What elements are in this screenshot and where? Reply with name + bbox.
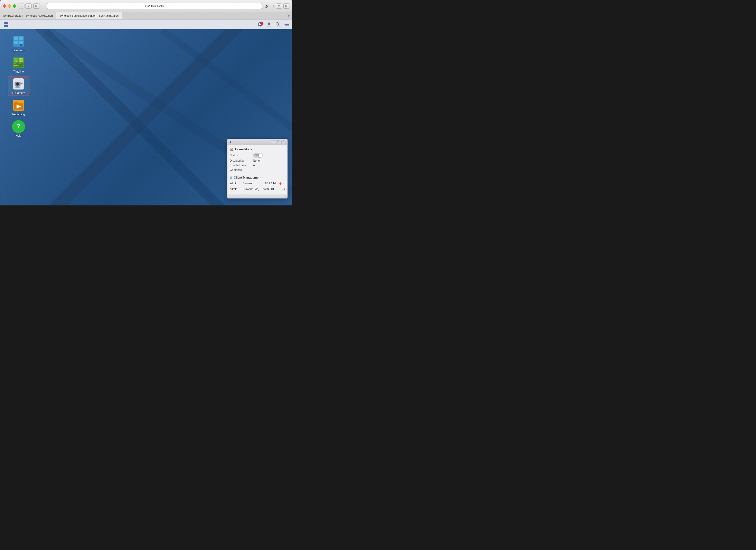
minimize-window-button[interactable] (8, 4, 11, 8)
back-button[interactable]: ‹ (19, 3, 25, 9)
client-time-1: 00:00:01 (263, 187, 282, 191)
timeline-icon-item[interactable]: 02 ◀ Timeline (8, 55, 29, 74)
desktop: Live View 02 ◀ (0, 29, 292, 205)
ip-camera-icon-item[interactable]: IP Camera (8, 77, 29, 96)
svg-rect-9 (285, 23, 289, 23)
live-view-label: Live View (13, 49, 24, 52)
grid-icon[interactable] (2, 20, 10, 29)
client-management-title: Client Management (234, 176, 261, 179)
svg-rect-2 (4, 25, 6, 27)
geofence-row: Geofence -- (227, 168, 287, 172)
home-mode-title: Home Mode (235, 147, 252, 151)
live-view-icon-item[interactable]: Live View (8, 34, 29, 53)
ip-camera-icon (12, 77, 25, 90)
tab-spacer (122, 12, 285, 19)
recording-label: Recording (12, 113, 25, 116)
nav-buttons: ‹ › (19, 3, 32, 9)
search-button[interactable] (274, 21, 282, 28)
home-mode-header: 🏠 Home Mode (227, 145, 287, 152)
client-expand-0[interactable]: ▲ (283, 182, 285, 185)
help-icon-item[interactable]: ? Help (8, 119, 29, 138)
ip-camera-label: IP Camera (12, 91, 25, 95)
client-management-section: ⊞ Client Management admin Browser 167:22… (227, 174, 287, 192)
reader-button[interactable]: ⊞ (33, 3, 39, 9)
widget-add-button[interactable]: + (229, 140, 231, 144)
client-row-0: admin Browser 167:22:14 ⊖ ▲ (227, 181, 287, 186)
widget-close-button[interactable]: ⊟ (281, 140, 285, 144)
menu-button[interactable] (283, 21, 290, 28)
new-tab-button[interactable]: ⊞ (283, 3, 289, 9)
client-management-icon: ⊞ (230, 176, 232, 179)
client-user-0: admin (230, 182, 243, 185)
widget-panel: + − ⊡ ⊟ 🏠 Home Mode Status (227, 139, 288, 198)
svg-rect-45 (14, 103, 14, 110)
scroll-down-icon[interactable]: ▾ (285, 195, 286, 197)
status-toggle[interactable]: OFF (253, 153, 263, 158)
tab-bar: SynRackStation - Synology RackStation Sy… (0, 12, 292, 19)
svg-point-20 (21, 45, 22, 46)
client-remove-0[interactable]: ⊖ (279, 182, 282, 185)
widget-restore-button[interactable]: ⊡ (276, 140, 280, 144)
notification-badge: 1 (260, 22, 263, 25)
help-icon: ? (12, 120, 25, 133)
url-bar[interactable]: 192.168.1.210 (47, 3, 262, 9)
client-remove-1[interactable]: ⊖ (282, 187, 285, 191)
notification-button[interactable]: 💬 1 (256, 21, 264, 28)
client-browser-1: Browser (Me) (243, 187, 263, 191)
client-management-header: ⊞ Client Management (227, 174, 287, 181)
help-label: Help (16, 134, 22, 137)
svg-point-6 (268, 22, 270, 25)
client-user-1: admin (230, 187, 243, 191)
svg-text:02: 02 (15, 60, 17, 62)
tab-surveillance[interactable]: Synology Surveillance Station - SynRackS… (56, 12, 122, 19)
svg-rect-39 (15, 87, 20, 88)
live-view-icon (12, 35, 25, 48)
tab-synrackstation[interactable]: SynRackStation - Synology RackStation (0, 12, 56, 19)
user-button[interactable] (265, 21, 273, 28)
timeline-icon: 02 ◀ (12, 56, 25, 69)
svg-rect-46 (22, 103, 23, 110)
close-window-button[interactable] (3, 4, 6, 8)
svg-point-37 (17, 83, 18, 84)
svg-rect-0 (4, 22, 6, 24)
client-browser-0: Browser (243, 182, 263, 185)
client-time-0: 167:22:14 (263, 182, 279, 185)
url-text: 192.168.1.210 (145, 4, 164, 8)
home-mode-section: 🏠 Home Mode Status OFF Disabled by None (227, 145, 287, 174)
svg-rect-16 (19, 36, 23, 40)
geofence-label: Geofence (230, 168, 253, 172)
geofence-value: -- (253, 168, 285, 172)
disabled-by-label: Disabled by (230, 159, 253, 162)
toolbar-right: 💬 1 (256, 21, 290, 28)
new-tab-icon[interactable]: + (285, 12, 292, 19)
status-label: Status (230, 154, 253, 157)
svg-rect-28 (14, 63, 16, 64)
title-bar: ‹ › ⊞ ••• 192.168.1.210 🔊 ↺ ⬆ ⊞ (0, 0, 292, 12)
timeline-label: Timeline (13, 70, 24, 73)
widget-header: + − ⊡ ⊟ (227, 139, 287, 145)
widget-minimize-button[interactable]: − (271, 140, 275, 144)
svg-rect-38 (16, 86, 19, 87)
recording-icon-item[interactable]: Recording (8, 98, 29, 117)
enabled-time-label: Enabled time (230, 164, 253, 167)
enabled-time-value: -- (253, 164, 285, 167)
refresh-button[interactable]: ↺ (271, 4, 274, 8)
sidebar-icons: Live View 02 ◀ (8, 34, 29, 138)
share-button[interactable]: ⬆ (276, 3, 282, 9)
svg-rect-30 (19, 63, 21, 64)
forward-button[interactable]: › (26, 3, 32, 9)
svg-rect-29 (16, 63, 18, 64)
status-row: Status OFF (227, 152, 287, 158)
maximize-window-button[interactable] (13, 4, 16, 8)
traffic-lights (3, 4, 16, 8)
svg-line-8 (279, 25, 280, 26)
content-area: Live View 02 ◀ (0, 29, 292, 205)
toggle-off-label: OFF (254, 154, 259, 157)
svg-text:?: ? (17, 123, 20, 130)
widget-ctrl-buttons: − ⊡ ⊟ (271, 140, 285, 144)
svg-rect-17 (14, 41, 18, 44)
svg-rect-15 (14, 36, 18, 40)
client-row-1: admin Browser (Me) 00:00:01 ⊖ (227, 186, 287, 192)
svg-rect-40 (21, 83, 23, 84)
home-icon: 🏠 (230, 147, 234, 151)
